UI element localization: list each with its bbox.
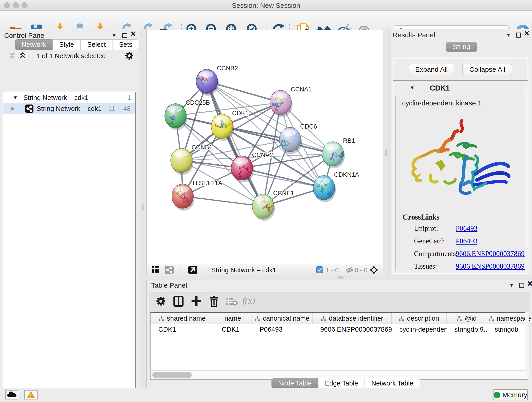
collapse-section-icon[interactable]: ▼ <box>410 85 415 91</box>
collection-count: 1 <box>127 92 131 103</box>
collapse-all-button[interactable]: Collapse All <box>462 64 512 75</box>
memory-button[interactable]: Memory <box>493 389 528 400</box>
control-panel-close-icon[interactable]: × <box>131 31 136 36</box>
birdseye-grid-icon[interactable] <box>152 266 159 275</box>
column-header-name[interactable]: name <box>214 313 252 324</box>
crosslink-link[interactable]: P06493 <box>456 237 477 245</box>
column-header-shared-name[interactable]: shared name <box>151 313 214 324</box>
column-namespace-icon <box>321 316 326 322</box>
selected-count: 1 - 0 <box>326 267 339 274</box>
toolbar-separator <box>310 266 310 274</box>
column-header--id[interactable]: @id <box>447 313 487 324</box>
column-namespace-icon <box>399 316 404 322</box>
expand-all-button[interactable]: Expand All <box>409 64 454 75</box>
control-panel: Control Panel ▼ × Network Style Select S… <box>0 29 139 388</box>
hidden-eye-icon[interactable] <box>346 266 353 275</box>
results-panel-menu-icon[interactable]: ▼ <box>506 32 511 38</box>
table-panel-menu-icon[interactable]: ▼ <box>509 282 514 288</box>
control-panel-menu-icon[interactable]: ▼ <box>112 32 117 38</box>
show-column-icon[interactable] <box>173 296 184 308</box>
toolbar-separator <box>343 266 343 274</box>
cloud-icon <box>7 391 17 398</box>
cell-database-identifier[interactable]: 9606.ENSP00000378699 <box>312 324 392 335</box>
network-canvas[interactable]: CCNB2CCNA1CDC25BCDK1CDC6RB1CCNB1CCNA2CDK… <box>147 30 383 264</box>
tab-network-table[interactable]: Network Table <box>365 378 420 389</box>
node-CDC6[interactable]: CDC6 <box>279 123 317 152</box>
warning-icon <box>26 390 36 399</box>
left-splitter[interactable] <box>139 29 147 388</box>
horizontal-splitter-handle[interactable] <box>338 276 344 279</box>
string-network-graph[interactable]: CCNB2CCNA1CDC25BCDK1CDC6RB1CCNB1CCNA2CDK… <box>147 30 383 264</box>
results-actions-box: Expand All Collapse All <box>393 58 528 81</box>
node-label-CCNA1: CCNA1 <box>291 86 312 93</box>
add-column-icon[interactable] <box>191 296 202 308</box>
tab-string[interactable]: String <box>446 42 477 52</box>
cell--id[interactable]: stringdb:9... <box>447 324 487 335</box>
table-header-row: shared namenamecanonical namedatabase id… <box>151 313 528 324</box>
function-builder-icon[interactable]: f(x) <box>242 295 255 306</box>
crosslink-link[interactable]: 9606.ENSP00000378699 <box>456 249 528 258</box>
results-panel-close-icon[interactable]: × <box>524 31 529 36</box>
network-options-gear-icon[interactable] <box>125 51 133 62</box>
control-panel-float-icon[interactable] <box>122 32 127 40</box>
crosslink-label: Uniprot: <box>414 224 438 233</box>
edge-CCNB2-CCNE1[interactable] <box>207 81 263 206</box>
table-panel-close-icon[interactable]: × <box>527 281 532 286</box>
protein-card-header[interactable]: ▼ CDK1 <box>393 82 528 94</box>
node-HIST1H1A[interactable]: HIST1H1A <box>172 180 222 208</box>
delete-table-icon[interactable] <box>226 298 238 307</box>
tab-select[interactable]: Select <box>81 39 113 50</box>
string-tab-icon[interactable] <box>165 266 174 274</box>
cell-description[interactable]: cyclin-dependent ... <box>392 324 447 335</box>
edge-CCNE1-HIST1H1A[interactable] <box>183 196 263 206</box>
right-splitter-handle[interactable] <box>385 149 387 156</box>
network-row-selected[interactable]: String Network – cdk1 11 48 <box>3 103 135 114</box>
results-scrollbar[interactable] <box>525 82 529 274</box>
node-label-CCNB1: CCNB1 <box>191 144 213 151</box>
crosslink-link[interactable]: P06493 <box>456 224 477 233</box>
protein-structure-image <box>405 114 513 206</box>
column-header-description[interactable]: description <box>392 313 447 324</box>
crosslinks-title: CrossLinks <box>403 213 439 221</box>
tree-expander-icon[interactable]: ▼ <box>13 92 18 103</box>
horizontal-splitter[interactable] <box>139 275 532 280</box>
tab-node-table[interactable]: Node Table <box>272 378 318 389</box>
selected-checkbox-icon[interactable] <box>316 266 323 273</box>
crosslink-label: Compartments: <box>414 249 458 258</box>
results-panel-title: Results Panel <box>393 31 435 39</box>
table-row[interactable]: CDK1CDK1P064939606.ENSP00000378699cyclin… <box>151 324 528 335</box>
tab-edge-table[interactable]: Edge Table <box>318 378 365 389</box>
collapse-all-networks-icon[interactable] <box>8 52 16 61</box>
delete-column-icon[interactable] <box>209 295 219 308</box>
cell-shared-name[interactable]: CDK1 <box>151 324 214 335</box>
crosslink-label: GeneCard: <box>414 237 445 245</box>
right-splitter[interactable] <box>383 29 389 280</box>
tab-network[interactable]: Network <box>15 39 52 50</box>
scrollbar-thumb[interactable] <box>152 372 192 378</box>
column-header-database-identifier[interactable]: database identifier <box>312 313 392 324</box>
table-panel-float-icon[interactable] <box>519 282 524 289</box>
column-header-canonical-name[interactable]: canonical name <box>252 313 312 324</box>
tab-style[interactable]: Style <box>52 39 80 50</box>
current-network-dot-icon <box>11 107 14 110</box>
protein-description: cyclin-dependent kinase 1 <box>402 99 481 107</box>
fit-content-crosshair-icon[interactable] <box>369 265 379 276</box>
results-panel-float-icon[interactable] <box>516 32 521 39</box>
cloud-button[interactable] <box>5 390 18 400</box>
goto-network-icon[interactable] <box>188 266 197 274</box>
crosslink-link[interactable]: 9606.ENSP00000378699 <box>456 262 528 270</box>
application-window: Session: New Session <box>0 0 532 402</box>
network-tree: ▼ String Network – cdk1 1 String Network… <box>3 92 136 402</box>
node-RB1[interactable]: RB1 <box>322 137 355 166</box>
network-collection-row[interactable]: ▼ String Network – cdk1 1 <box>3 92 135 103</box>
table-vertical-scrollbar[interactable] <box>525 312 529 377</box>
cell-canonical-name[interactable]: P06493 <box>252 324 312 335</box>
cell-name[interactable]: CDK1 <box>214 324 252 335</box>
left-splitter-handle[interactable] <box>142 204 144 210</box>
table-gear-icon[interactable] <box>156 296 166 308</box>
expand-all-networks-icon[interactable] <box>19 52 27 61</box>
network-view-toolbar: String Network – cdk1 1 - 0 0 - 0 <box>147 264 383 275</box>
warnings-button[interactable] <box>24 390 38 400</box>
tab-sets[interactable]: Sets <box>112 39 139 50</box>
node-CDKN1A[interactable]: CDKN1A <box>313 171 359 200</box>
